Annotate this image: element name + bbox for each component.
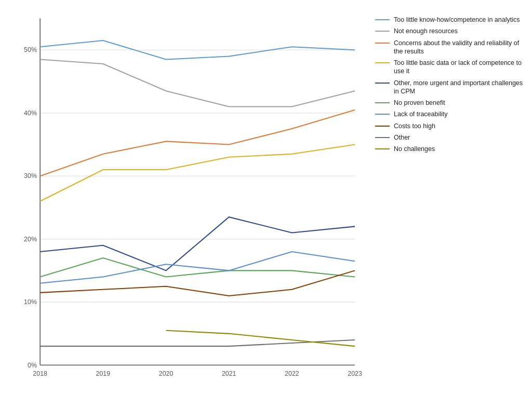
legend-item-validity: Concerns about the validity and reliabil… — [375, 39, 527, 56]
series-line-other — [40, 340, 355, 346]
x-label-2020: 2020 — [159, 370, 174, 377]
y-label-10: 10% — [24, 298, 37, 306]
y-label-50: 50% — [24, 46, 37, 53]
y-label-0: 0% — [28, 362, 37, 369]
legend-color-nochallenges — [375, 148, 390, 149]
legend-item-costs: Costs too high — [375, 122, 527, 130]
x-label-2021: 2021 — [222, 370, 236, 377]
legend-label-resources: Not enough resources — [394, 27, 458, 35]
legend-item-nobenefit: No proven benefit — [375, 99, 527, 107]
y-label-30: 30% — [24, 172, 37, 180]
x-label-2018: 2018 — [33, 370, 47, 377]
y-label-20: 20% — [24, 236, 37, 243]
legend-item-urgent: Other, more urgent and important challen… — [375, 79, 527, 96]
chart-container: 0%10%20%30%40%50%20182019202020212022202… — [0, 0, 532, 397]
series-line-traceability — [40, 252, 355, 283]
legend-item-traceability: Lack of traceability — [375, 110, 527, 118]
legend-color-urgent — [375, 83, 390, 84]
series-line-nochallenges — [166, 331, 355, 346]
legend: Too little know-how/competence in analyt… — [366, 10, 527, 387]
legend-label-traceability: Lack of traceability — [394, 110, 448, 118]
chart-area: 0%10%20%30%40%50%20182019202020212022202… — [10, 10, 366, 387]
series-line-costs — [40, 270, 355, 296]
legend-color-validity — [375, 43, 390, 44]
legend-color-other — [375, 137, 390, 138]
legend-label-knowhow: Too little know-how/competence in analyt… — [394, 16, 520, 24]
legend-label-basicdata: Too little basic data or lack of compete… — [394, 59, 527, 76]
legend-color-resources — [375, 31, 390, 32]
x-label-2019: 2019 — [96, 370, 111, 377]
x-label-2022: 2022 — [285, 370, 299, 377]
legend-item-basicdata: Too little basic data or lack of compete… — [375, 59, 527, 76]
series-line-basicdata — [40, 144, 355, 201]
y-label-40: 40% — [24, 109, 37, 117]
legend-label-nochallenges: No challenges — [394, 145, 435, 153]
series-line-resources — [40, 59, 355, 106]
main-chart: 0%10%20%30%40%50%20182019202020212022202… — [10, 10, 366, 387]
legend-label-urgent: Other, more urgent and important challen… — [394, 79, 527, 96]
x-label-2023: 2023 — [348, 370, 362, 377]
legend-color-basicdata — [375, 62, 390, 63]
legend-color-costs — [375, 126, 390, 127]
legend-color-knowhow — [375, 19, 390, 20]
legend-label-costs: Costs too high — [394, 122, 435, 130]
legend-item-nochallenges: No challenges — [375, 145, 527, 153]
series-line-validity — [40, 110, 355, 176]
legend-item-resources: Not enough resources — [375, 27, 527, 35]
legend-item-knowhow: Too little know-how/competence in analyt… — [375, 16, 527, 24]
legend-label-other: Other — [394, 133, 410, 142]
legend-label-nobenefit: No proven benefit — [394, 99, 445, 107]
legend-color-nobenefit — [375, 102, 390, 103]
legend-color-traceability — [375, 114, 390, 115]
legend-item-other: Other — [375, 133, 527, 142]
legend-label-validity: Concerns about the validity and reliabil… — [394, 39, 527, 56]
